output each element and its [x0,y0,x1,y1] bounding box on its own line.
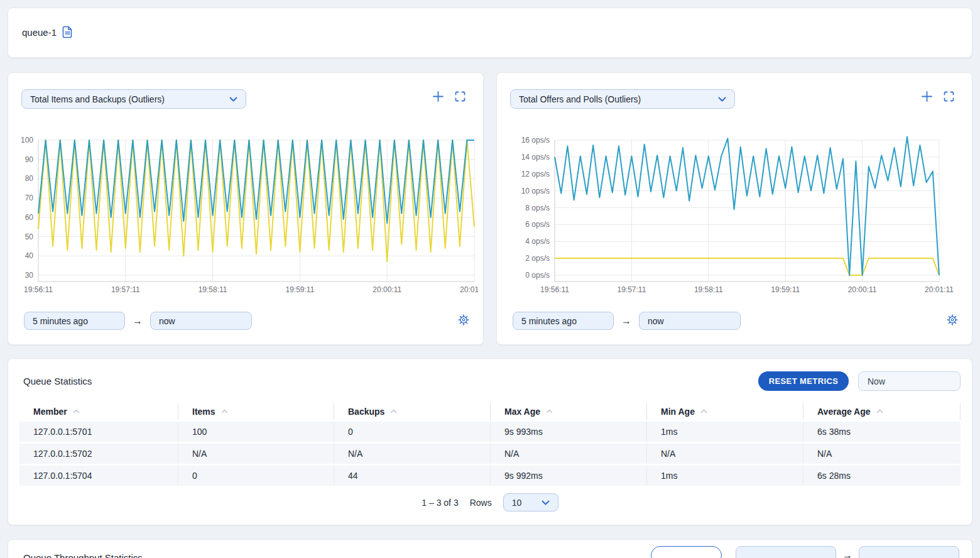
column-header[interactable]: Items [178,403,334,420]
svg-text:80: 80 [25,174,34,183]
svg-text:70: 70 [25,194,34,202]
queue-header-card: queue-1 [8,8,972,58]
table-header-row: MemberItemsBackupsMax AgeMin AgeAverage … [19,403,961,420]
time-from-input[interactable]: 5 minutes ago [24,312,125,330]
table-cell: 6s 28ms [803,466,961,486]
table-cell: 127.0.0.1:5701 [19,422,178,442]
table-body: 127.0.0.1:570110009s 993ms1ms6s 38ms127.… [19,422,961,486]
chart-panel-offers-polls: Total Offers and Polls (Outliers) 0 ops/… [496,72,972,345]
document-icon[interactable] [62,26,73,38]
column-header[interactable]: Max Age [490,403,646,420]
svg-text:40: 40 [25,251,34,260]
svg-text:20:00:11: 20:00:11 [373,285,401,294]
time-to-input[interactable]: now [639,312,741,330]
svg-text:60: 60 [25,213,34,222]
table-cell: 6s 38ms [803,422,961,442]
line-chart-items-backups[interactable]: 3040506070809010019:56:1119:57:1119:58:1… [13,131,478,296]
arrow-right-icon: → [133,315,143,327]
column-header-label: Items [192,407,215,417]
time-to-value: now [159,316,175,326]
page-title: queue-1 [22,27,57,38]
pagination: 1 – 3 of 3 Rows 10 [8,493,972,512]
sort-caret-icon [546,409,553,413]
table-cell: N/A [178,444,334,464]
table-row: 127.0.0.1:570110009s 993ms1ms6s 38ms [19,422,961,442]
add-chart-icon[interactable] [433,91,444,102]
chevron-down-icon [718,97,726,102]
table-cell: 44 [334,466,490,486]
svg-text:20:00:11: 20:00:11 [848,285,877,294]
svg-text:6 ops/s: 6 ops/s [525,220,550,229]
fullscreen-icon[interactable] [944,91,954,102]
svg-text:19:59:11: 19:59:11 [771,285,800,294]
svg-text:16 ops/s: 16 ops/s [521,136,550,145]
metric-select[interactable]: Total Offers and Polls (Outliers) [510,89,735,109]
fullscreen-icon[interactable] [455,91,466,102]
column-header-label: Min Age [661,407,695,417]
sort-caret-icon [73,409,80,413]
table-cell: 0 [178,466,334,486]
time-from-input[interactable] [736,546,836,558]
svg-text:14 ops/s: 14 ops/s [521,153,550,161]
column-header-label: Average Age [817,407,871,417]
column-header[interactable]: Min Age [646,403,803,420]
table-cell: N/A [646,444,803,464]
column-header[interactable]: Average Age [803,403,961,420]
chart-settings-button[interactable] [947,314,958,326]
svg-text:2 ops/s: 2 ops/s [525,254,550,263]
svg-text:19:57:11: 19:57:11 [617,285,646,294]
rows-per-page-value: 10 [512,498,522,508]
throughput-action-button[interactable] [651,546,722,558]
metrics-time-input[interactable]: Now [858,371,961,391]
gear-icon [458,314,469,326]
table-cell: N/A [803,444,961,464]
queue-throughput-card: Queue Throughput Statistics → [8,539,972,558]
time-from-input[interactable]: 5 minutes ago [513,312,614,330]
table-row: 127.0.0.1:5702N/AN/AN/AN/AN/A [19,444,961,464]
time-from-value: 5 minutes ago [33,316,88,326]
pagination-range: 1 – 3 of 3 [422,498,458,508]
table-cell: 0 [334,422,490,442]
arrow-right-icon: → [842,550,852,558]
arrow-right-icon: → [621,315,631,327]
chart-panel-items-backups: Total Items and Backups (Outliers) 30405… [8,72,484,345]
rows-per-page-label: Rows [470,498,492,508]
sort-caret-icon [221,409,228,413]
svg-text:100: 100 [21,136,33,145]
table-cell: 9s 992ms [490,466,646,486]
column-header[interactable]: Backups [334,403,490,420]
queue-throughput-title: Queue Throughput Statistics [23,552,143,558]
table-cell: 1ms [646,422,803,442]
add-chart-icon[interactable] [922,91,932,102]
svg-text:0 ops/s: 0 ops/s [525,271,550,280]
svg-text:8 ops/s: 8 ops/s [525,204,550,212]
svg-text:19:56:11: 19:56:11 [540,285,569,294]
metrics-time-value: Now [868,376,885,386]
svg-text:19:57:11: 19:57:11 [111,285,140,294]
svg-text:30: 30 [25,271,34,280]
chart-settings-button[interactable] [458,314,469,326]
table-cell: 100 [178,422,334,442]
time-to-input[interactable]: now [150,312,252,330]
table-cell: N/A [490,444,646,464]
time-to-input[interactable] [859,546,959,558]
table-row: 127.0.0.1:57040449s 992ms1ms6s 28ms [19,466,961,486]
table-cell: 127.0.0.1:5704 [19,466,178,486]
svg-text:20:01:11: 20:01:11 [460,285,478,294]
queue-statistics-title: Queue Statistics [23,376,92,386]
rows-per-page-select[interactable]: 10 [503,493,558,512]
chevron-down-icon [229,97,237,102]
svg-text:50: 50 [25,232,34,241]
chevron-down-icon [542,500,550,505]
metric-select[interactable]: Total Items and Backups (Outliers) [21,89,246,109]
column-header-label: Member [33,407,67,417]
gear-icon [947,314,958,326]
column-header[interactable]: Member [19,403,178,420]
table-cell: 127.0.0.1:5702 [19,444,178,464]
reset-metrics-button[interactable]: RESET METRICS [758,371,849,391]
metric-select-value: Total Items and Backups (Outliers) [30,94,165,104]
svg-text:19:58:11: 19:58:11 [199,285,227,294]
svg-text:19:56:11: 19:56:11 [24,285,53,294]
line-chart-offers-polls[interactable]: 0 ops/s2 ops/s4 ops/s6 ops/s8 ops/s10 op… [502,131,967,296]
svg-text:19:58:11: 19:58:11 [694,285,723,294]
